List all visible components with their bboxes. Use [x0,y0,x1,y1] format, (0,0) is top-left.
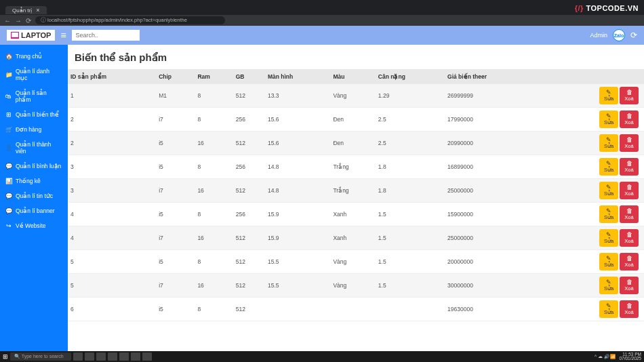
taskbar-search[interactable]: 🔍 Type here to search [10,353,71,361]
cell-weight: 1.29 [376,84,445,108]
edit-icon: ✎ [606,184,611,190]
sidebar-item-1[interactable]: 📁Quản lí danh mục [0,64,68,85]
url-input[interactable]: ⓘ localhost/fptshopphp/app/admin/index.p… [35,16,225,24]
cell-id: 6 [68,298,156,321]
sidebar-icon: ⊞ [5,111,12,118]
cell-weight: 1.5 [376,250,445,274]
column-header: ID sản phẩm [68,69,156,84]
cell-color: Vàng [330,250,375,274]
cell-price: 25000000 [445,226,540,250]
delete-button[interactable]: 🗑Xoá [620,229,639,247]
delete-button[interactable]: 🗑Xoá [620,134,639,152]
cell-price: 26999999 [445,84,540,108]
edit-icon: ✎ [606,161,611,167]
table-row: 5i5851215.5Vàng1.520000000✎Sửa🗑Xoá [68,250,644,274]
cell-gb: 256 [233,108,265,132]
admin-label[interactable]: Admin [590,32,607,39]
system-tray[interactable]: ^ ☁ 🔊 📶 11:53 PM 07/01/2025 [595,353,641,361]
cell-screen: 15.5 [265,250,331,274]
reload-icon[interactable]: ⟳ [26,17,31,24]
cell-ram: 16 [195,226,233,250]
browser-tab-strip: Quản trị × [0,5,644,15]
trash-icon: 🗑 [626,279,632,285]
task-app-icon[interactable] [131,353,140,361]
edit-button[interactable]: ✎Sửa [599,229,618,247]
sidebar-item-8[interactable]: 💬Quản lí tin tức [0,188,68,203]
search-input[interactable] [72,30,140,41]
edit-button[interactable]: ✎Sửa [599,253,618,270]
edit-icon: ✎ [606,208,611,214]
sidebar-item-7[interactable]: 📊Thống kê [0,174,68,188]
delete-button[interactable]: 🗑Xoá [620,205,639,223]
column-header: Chip [156,69,195,84]
hamburger-icon[interactable]: ≡ [60,30,66,41]
sidebar-item-3[interactable]: ⊞Quản lí biến thể [0,107,68,122]
task-app-icon[interactable] [108,353,117,361]
zalo-icon[interactable]: Zalo [613,29,625,41]
delete-button[interactable]: 🗑Xoá [620,277,639,294]
cell-color: Trắng [330,179,375,203]
refresh-icon[interactable]: ⟳ [630,31,637,40]
cell-gb: 512 [233,132,265,155]
delete-button[interactable]: 🗑Xoá [620,87,639,104]
sidebar: 🏠Trang chủ📁Quản lí danh mục🛍Quản lí sản … [0,45,68,351]
delete-button[interactable]: 🗑Xoá [620,182,639,199]
task-app-icon[interactable] [85,353,94,361]
sidebar-icon: 🛍 [5,93,12,100]
table-row: 4i5825615.9Xanh1.515900000✎Sửa🗑Xoá [68,203,644,226]
cell-chip: i7 [156,108,195,132]
column-header-actions [540,69,644,84]
cell-screen: 15.9 [265,203,331,226]
sidebar-item-6[interactable]: 💬Quản lí bình luận [0,159,68,174]
cell-actions: ✎Sửa🗑Xoá [540,108,644,132]
cell-ram: 8 [195,203,233,226]
table-row: 2i51651215.6Đen2.520990000✎Sửa🗑Xoá [68,132,644,155]
tab-title: Quản trị [12,7,32,14]
close-icon[interactable]: × [36,7,39,14]
start-icon[interactable]: ⊞ [3,353,8,360]
edit-button[interactable]: ✎Sửa [599,134,618,152]
trash-icon: 🗑 [626,184,632,190]
task-app-icon[interactable] [142,353,152,361]
task-app-icon[interactable] [96,353,106,361]
sidebar-item-10[interactable]: ↪Về Website [0,218,68,233]
task-app-icon[interactable] [119,353,129,361]
sidebar-item-label: Quản lí bình luận [16,163,61,169]
delete-button[interactable]: 🗑Xoá [620,158,639,176]
tray-icons[interactable]: ^ ☁ 🔊 📶 [595,354,616,359]
cell-weight: 1.5 [376,203,445,226]
edit-button[interactable]: ✎Sửa [599,300,618,318]
browser-tab[interactable]: Quản trị × [5,6,47,14]
sidebar-item-2[interactable]: 🛍Quản lí sản phẩm [0,85,68,107]
sidebar-item-5[interactable]: 👤Quản lí thành viên [0,137,68,159]
edit-button[interactable]: ✎Sửa [599,87,618,104]
delete-button[interactable]: 🗑Xoá [620,253,639,270]
cell-actions: ✎Sửa🗑Xoá [540,226,644,250]
app-root: LAPTOP ≡ Admin Zalo ⟳ 🏠Trang chủ📁Quản lí… [0,26,644,351]
laptop-icon [11,32,19,39]
forward-icon[interactable]: → [15,17,22,24]
edit-button[interactable]: ✎Sửa [599,158,618,176]
cell-id: 1 [68,84,156,108]
task-app-icon[interactable] [73,353,83,361]
edit-button[interactable]: ✎Sửa [599,182,618,199]
edit-icon: ✎ [606,256,611,262]
back-icon[interactable]: ← [4,17,11,24]
column-header: GB [233,69,265,84]
cell-screen: 14.8 [265,155,331,179]
edit-button[interactable]: ✎Sửa [599,277,618,294]
sidebar-item-9[interactable]: 💬Quản lí banner [0,203,68,218]
sidebar-item-label: Quản lí tin tức [16,193,53,199]
delete-button[interactable]: 🗑Xoá [620,110,639,128]
browser-urlbar: ← → ⟳ ⓘ localhost/fptshopphp/app/admin/i… [0,15,644,26]
logo[interactable]: LAPTOP [7,30,55,41]
sidebar-item-4[interactable]: 🛒Đơn hàng [0,122,68,137]
delete-button[interactable]: 🗑Xoá [620,300,639,318]
cell-weight: 1.8 [376,179,445,203]
edit-button[interactable]: ✎Sửa [599,205,618,223]
sidebar-item-0[interactable]: 🏠Trang chủ [0,49,68,64]
sidebar-item-label: Trang chủ [16,53,42,60]
sidebar-icon: 💬 [5,207,12,214]
edit-button[interactable]: ✎Sửa [599,110,618,128]
sidebar-icon: 💬 [5,163,12,169]
